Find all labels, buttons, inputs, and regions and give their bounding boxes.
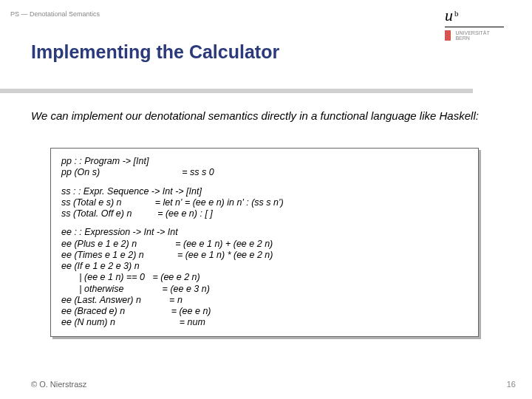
code-block-ee: ee : : Expression -> Int -> Int ee (Plus… — [61, 227, 468, 328]
logo-letter-u: u — [445, 6, 453, 25]
code-line: ee (Plus e 1 e 2) n = (ee e 1 n) + (ee e… — [61, 239, 468, 250]
logo-university-text: UNIVERSITÄT BERN — [455, 30, 489, 41]
university-logo: ub UNIVERSITÄT BERN — [445, 6, 519, 44]
logo-line2: BERN — [455, 35, 469, 41]
footer-copyright: © O. Nierstrasz — [31, 380, 86, 389]
code-line: ee (Times e 1 e 2) n = (ee e 1 n) * (ee … — [61, 250, 468, 261]
code-block-pp: pp : : Program -> [Int] pp (On s) = ss s… — [61, 156, 468, 179]
intro-text: We can implement our denotational semant… — [31, 109, 502, 123]
logo-divider — [445, 27, 504, 27]
code-block-ss: ss : : Expr. Sequence -> Int -> [Int] ss… — [61, 186, 468, 220]
code-line: pp (On s) = ss s 0 — [61, 167, 468, 178]
slide-title: Implementing the Calculator — [31, 41, 279, 63]
code-line: ee (If e 1 e 2 e 3) n — [61, 261, 468, 272]
code-line: ee (Last. Answer) n = n — [61, 295, 468, 306]
code-line: ss (Total e s) n = let n' = (ee e n) in … — [61, 197, 468, 208]
code-line: ee (N num) n = num — [61, 317, 468, 328]
logo-red-band — [445, 30, 451, 41]
logo-letter-b: b — [454, 9, 459, 18]
decor-line — [0, 89, 473, 93]
code-line: ee : : Expression -> Int -> Int — [61, 227, 468, 238]
code-line: ss (Total. Off e) n = (ee e n) : [ ] — [61, 208, 468, 219]
code-line: ee (Braced e) n = (ee e n) — [61, 306, 468, 317]
code-box: pp : : Program -> [Int] pp (On s) = ss s… — [50, 148, 479, 337]
code-line: pp : : Program -> [Int] — [61, 156, 468, 167]
code-line: | (ee e 1 n) == 0 = (ee e 2 n) — [61, 272, 468, 283]
header-label: PS — Denotational Semantics — [10, 10, 100, 18]
footer-page-number: 16 — [507, 380, 516, 389]
code-line: | otherwise = (ee e 3 n) — [61, 284, 468, 295]
code-line: ss : : Expr. Sequence -> Int -> [Int] — [61, 186, 468, 197]
logo-line1: UNIVERSITÄT — [455, 30, 489, 35]
